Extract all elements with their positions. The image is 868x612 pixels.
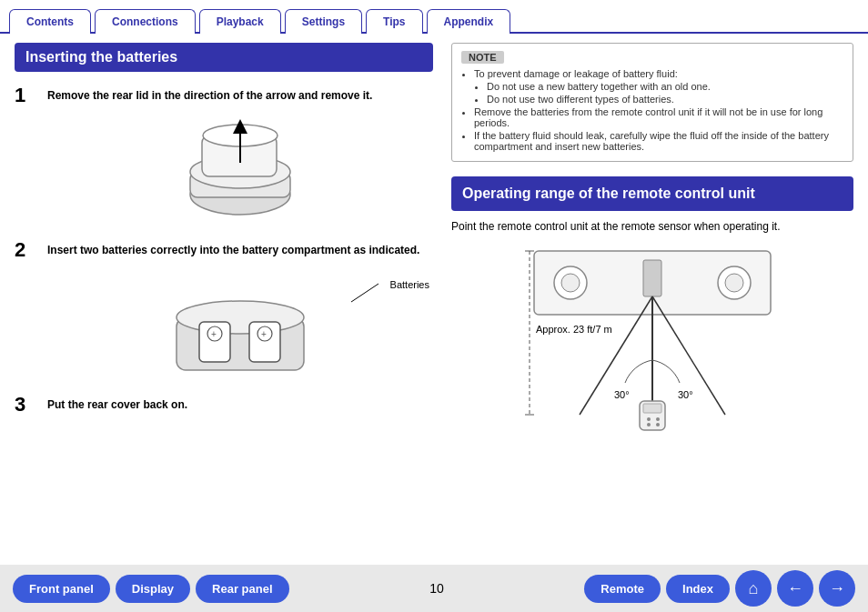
svg-rect-11 bbox=[249, 322, 280, 362]
range-diagram: 30° 30° Approx. 23 ft/7 m bbox=[479, 242, 825, 433]
front-panel-button[interactable]: Front panel bbox=[13, 575, 110, 603]
tab-settings[interactable]: Settings bbox=[285, 9, 362, 34]
step-3-text: Put the rear cover back on. bbox=[47, 397, 187, 413]
step-2-text: Insert two batteries correctly into the … bbox=[47, 243, 419, 258]
step-3-number: 3 bbox=[15, 394, 40, 416]
svg-point-33 bbox=[647, 423, 651, 426]
step-1: 1 Remove the rear lid in the direction o… bbox=[15, 85, 433, 106]
tab-appendix[interactable]: Appendix bbox=[427, 9, 511, 34]
main-content: Inserting the batteries 1 Remove the rea… bbox=[0, 34, 868, 561]
svg-point-31 bbox=[647, 417, 651, 421]
svg-point-19 bbox=[725, 274, 743, 292]
note-label: NOTE bbox=[461, 51, 504, 64]
step-1-illustration bbox=[47, 117, 433, 226]
home-icon: ⌂ bbox=[749, 579, 759, 598]
step-3: 3 Put the rear cover back on. bbox=[15, 394, 433, 416]
svg-rect-8 bbox=[199, 322, 230, 362]
note-item-1a: Do not use a new battery together with a… bbox=[487, 81, 843, 92]
svg-rect-20 bbox=[643, 260, 661, 296]
svg-text:30°: 30° bbox=[614, 389, 630, 400]
note-box: NOTE To prevent damage or leakage of bat… bbox=[451, 43, 853, 162]
rear-panel-button[interactable]: Rear panel bbox=[196, 575, 288, 603]
tab-tips[interactable]: Tips bbox=[366, 9, 422, 34]
svg-text:+: + bbox=[261, 329, 267, 339]
svg-point-17 bbox=[561, 274, 580, 292]
svg-text:30°: 30° bbox=[678, 389, 693, 400]
display-button[interactable]: Display bbox=[116, 575, 190, 603]
home-button[interactable]: ⌂ bbox=[735, 570, 772, 607]
svg-line-14 bbox=[351, 284, 378, 302]
index-button[interactable]: Index bbox=[666, 575, 730, 603]
tab-contents[interactable]: Contents bbox=[9, 9, 91, 34]
note-list: To prevent damage or leakage of battery … bbox=[461, 68, 843, 152]
forward-button[interactable]: → bbox=[819, 570, 855, 607]
bottom-nav: Front panel Display Rear panel 10 Remote… bbox=[0, 565, 868, 612]
range-description: Point the remote control unit at the rem… bbox=[451, 220, 853, 233]
inserting-batteries-header: Inserting the batteries bbox=[15, 43, 433, 72]
step-2: 2 Insert two batteries correctly into th… bbox=[15, 239, 433, 261]
tab-playback[interactable]: Playback bbox=[199, 9, 281, 34]
step-1-text: Remove the rear lid in the direction of … bbox=[47, 88, 372, 104]
left-column: Inserting the batteries 1 Remove the rea… bbox=[15, 43, 433, 552]
svg-text:Approx. 23 ft/7 m: Approx. 23 ft/7 m bbox=[536, 324, 612, 335]
back-button[interactable]: ← bbox=[777, 570, 813, 607]
page-number: 10 bbox=[295, 581, 580, 596]
note-item-1b: Do not use two different types of batter… bbox=[487, 94, 843, 105]
note-item-3: If the battery fluid should leak, carefu… bbox=[474, 130, 843, 152]
svg-rect-30 bbox=[643, 404, 661, 413]
svg-point-32 bbox=[656, 417, 660, 421]
right-column: NOTE To prevent damage or leakage of bat… bbox=[451, 43, 853, 552]
back-icon: ← bbox=[787, 579, 803, 598]
batteries-label: Batteries bbox=[390, 279, 429, 290]
step-2-illustration: + + Batteries bbox=[47, 272, 433, 381]
step-2-number: 2 bbox=[15, 239, 40, 261]
svg-text:+: + bbox=[211, 329, 217, 339]
remote-button[interactable]: Remote bbox=[584, 575, 661, 603]
note-item-2: Remove the batteries from the remote con… bbox=[474, 106, 843, 128]
note-item-1: To prevent damage or leakage of battery … bbox=[474, 68, 843, 79]
tab-connections[interactable]: Connections bbox=[95, 9, 196, 34]
svg-point-7 bbox=[177, 301, 304, 334]
svg-point-34 bbox=[656, 423, 660, 426]
forward-icon: → bbox=[829, 579, 845, 598]
operating-range-header: Operating range of the remote control un… bbox=[451, 176, 853, 211]
nav-tabs: Contents Connections Playback Settings T… bbox=[0, 7, 868, 34]
step-1-number: 1 bbox=[15, 85, 40, 106]
